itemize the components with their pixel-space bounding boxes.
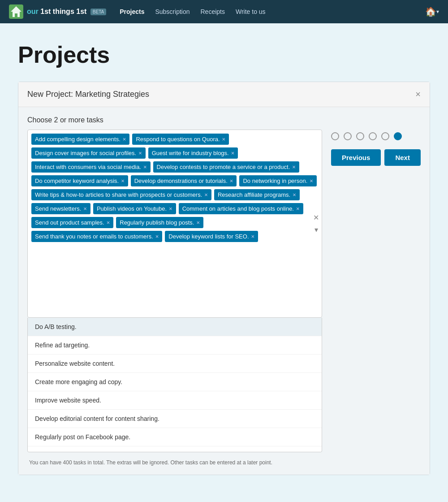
step-dot[interactable] — [344, 132, 352, 140]
task-tag[interactable]: Comment on articles and blog posts onlin… — [179, 203, 303, 214]
task-tag[interactable]: Develop demonstrations or tutorials. × — [131, 175, 237, 186]
tasks-section: Choose 2 or more tasks Add compelling de… — [27, 116, 322, 466]
tag-remove-button[interactable]: × — [222, 136, 226, 142]
tag-remove-button[interactable]: × — [292, 164, 296, 170]
steps-area: Choose 2 or more tasks Add compelling de… — [27, 116, 421, 466]
nav-link-receipts[interactable]: Receipts — [201, 8, 225, 15]
nav-link-subscription[interactable]: Subscription — [155, 8, 190, 15]
dropdown-item[interactable]: Regularly post on Facebook page. — [28, 428, 322, 446]
dropdown-list: Do A/B testing.Refine ad targeting.Perso… — [27, 318, 322, 452]
chevron-down-icon[interactable]: ▾ — [312, 225, 320, 235]
nav-buttons-area: Previous Next — [331, 116, 421, 166]
step-dot[interactable] — [331, 132, 339, 140]
dropdown-item[interactable]: Refine ad targeting. — [28, 336, 322, 355]
task-tag[interactable]: Respond to questions on Quora. × — [132, 134, 229, 145]
task-tag[interactable]: Write tips & how-to articles to share wi… — [31, 189, 211, 200]
tag-remove-button[interactable]: × — [204, 192, 208, 198]
previous-button[interactable]: Previous — [331, 149, 381, 166]
tag-remove-button[interactable]: × — [138, 150, 142, 156]
task-tag[interactable]: Send newsletters. × — [31, 203, 90, 214]
tag-remove-button[interactable]: × — [310, 178, 313, 184]
step-dot[interactable] — [394, 132, 402, 140]
task-tag[interactable]: Do competitor keyword analysis. × — [31, 175, 128, 186]
top-navigation: our 1st things 1st BETA Projects Subscri… — [0, 0, 448, 23]
dropdown-item[interactable]: Do A/B testing. — [28, 318, 322, 336]
tag-remove-button[interactable]: × — [231, 150, 235, 156]
nav-right: 🏠 ▾ — [425, 6, 439, 17]
project-card: New Project: Marketing Strategies × Choo… — [18, 82, 430, 475]
nav-buttons: Previous Next — [331, 149, 421, 166]
tag-container-icons: ✕ ▾ — [312, 212, 320, 235]
step-dots — [331, 132, 402, 140]
remove-icon[interactable]: ✕ — [312, 212, 320, 223]
dropdown-item[interactable]: Improve website speed. — [28, 391, 322, 410]
tag-remove-button[interactable]: × — [121, 178, 125, 184]
nav-link-projects[interactable]: Projects — [120, 8, 144, 15]
card-title: New Project: Marketing Strategies — [27, 90, 149, 99]
tasks-label: Choose 2 or more tasks — [27, 116, 322, 124]
task-tag[interactable]: Interact with consumers via social media… — [31, 161, 151, 173]
nav-link-write[interactable]: Write to us — [236, 8, 266, 15]
chevron-down-icon: ▾ — [436, 9, 439, 15]
tag-remove-button[interactable]: × — [123, 136, 126, 142]
user-menu-button[interactable]: 🏠 ▾ — [425, 6, 439, 17]
page-content: Projects New Project: Marketing Strategi… — [0, 23, 448, 484]
dropdown-item[interactable]: Develop editorial content for content sh… — [28, 410, 322, 428]
user-icon: 🏠 — [425, 6, 436, 17]
tag-remove-button[interactable]: × — [155, 234, 159, 239]
step-dot[interactable] — [381, 132, 389, 140]
dropdown-item[interactable]: Regularly post on LinkedIn feed. — [28, 446, 322, 452]
task-tag[interactable]: Guest write for industry blogs. × — [148, 147, 238, 159]
task-tag[interactable]: Send thank you notes or emails to custom… — [31, 231, 162, 242]
task-tag[interactable]: Add compelling design elements. × — [31, 134, 129, 145]
next-button[interactable]: Next — [384, 149, 421, 166]
svg-rect-2 — [15, 13, 17, 17]
task-tag[interactable]: Send out product samples. × — [31, 217, 113, 228]
tag-remove-button[interactable]: × — [230, 178, 233, 184]
logo: our 1st things 1st BETA — [9, 4, 106, 19]
task-tag[interactable]: Research affiliate programs. × — [214, 189, 300, 200]
page-title: Projects — [18, 41, 430, 68]
footer-note: You can have 400 tasks in total. The ext… — [27, 459, 322, 466]
tag-remove-button[interactable]: × — [296, 206, 300, 212]
dropdown-item[interactable]: Personalize website content. — [28, 355, 322, 373]
task-tag[interactable]: Regularly publish blog posts. × — [116, 217, 203, 228]
card-close-button[interactable]: × — [415, 89, 421, 100]
beta-badge: BETA — [90, 9, 106, 15]
tag-remove-button[interactable]: × — [143, 164, 147, 170]
task-tag[interactable]: Develop keyword lists for SEO. × — [165, 231, 258, 242]
tag-remove-button[interactable]: × — [107, 220, 110, 225]
tag-container[interactable]: Add compelling design elements. ×Respond… — [27, 130, 322, 318]
dropdown-item[interactable]: Create more engaging ad copy. — [28, 373, 322, 391]
tag-remove-button[interactable]: × — [169, 206, 172, 212]
task-tag[interactable]: Publish videos on Youtube. × — [93, 203, 176, 214]
step-dot[interactable] — [369, 132, 377, 140]
task-tag[interactable]: Do networking in person. × — [239, 175, 316, 186]
card-body: Choose 2 or more tasks Add compelling de… — [18, 107, 430, 475]
nav-links: Projects Subscription Receipts Write to … — [120, 8, 265, 15]
step-dot[interactable] — [356, 132, 364, 140]
tag-remove-button[interactable]: × — [293, 192, 296, 198]
card-header: New Project: Marketing Strategies × — [18, 82, 430, 107]
logo-text: our 1st things 1st BETA — [27, 8, 106, 16]
tag-remove-button[interactable]: × — [251, 234, 255, 239]
task-tag[interactable]: Design cover images for social profiles.… — [31, 147, 146, 159]
logo-icon — [9, 4, 23, 19]
tag-remove-button[interactable]: × — [196, 220, 200, 225]
tag-remove-button[interactable]: × — [83, 206, 87, 212]
task-tag[interactable]: Develop contests to promote a service or… — [153, 161, 299, 173]
